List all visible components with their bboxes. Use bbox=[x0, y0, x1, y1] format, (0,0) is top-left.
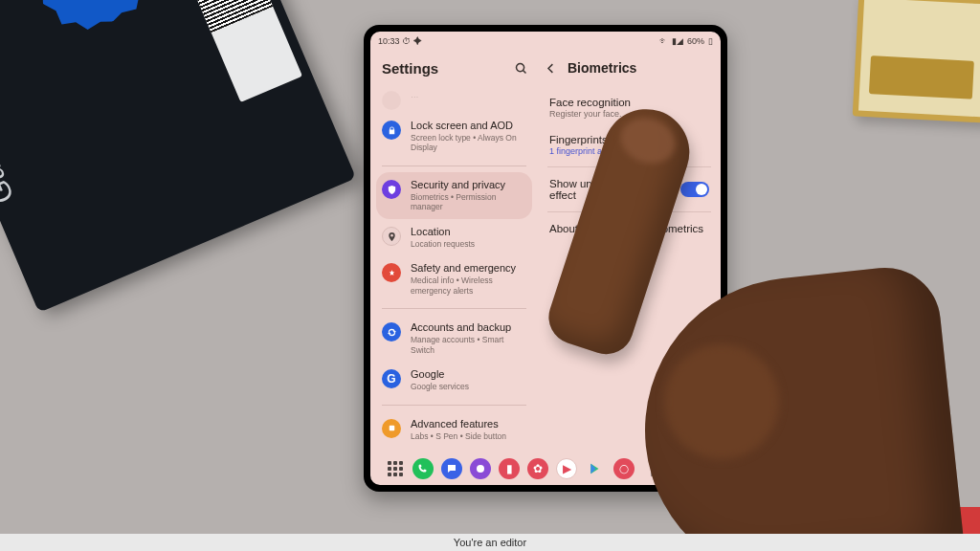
barcode-icon bbox=[173, 0, 302, 102]
option-title: Fingerprints bbox=[549, 134, 709, 145]
search-icon[interactable] bbox=[514, 61, 528, 76]
menu-item-sub: Screen lock type • Always On Display bbox=[411, 133, 528, 153]
detail-title: Biometrics bbox=[568, 60, 636, 76]
svg-point-0 bbox=[517, 64, 524, 72]
menu-item-location[interactable]: Location Location requests bbox=[370, 219, 538, 255]
status-time: 10:33 ⏱ ✦ bbox=[378, 36, 422, 46]
lock-icon bbox=[382, 121, 401, 140]
menu-item-google[interactable]: G Google Google services bbox=[370, 362, 538, 398]
option-title: Show unlock transition effect bbox=[549, 178, 680, 201]
option-sub-link: 1 fingerprint added bbox=[549, 146, 709, 156]
option-face-recognition[interactable]: Face recognition Register your face. bbox=[544, 89, 715, 126]
gallery-app-icon[interactable]: ✿ bbox=[527, 458, 548, 479]
status-bar: 10:33 ⏱ ✦ ᯤ ▮◢ 60% ▯ bbox=[370, 32, 721, 51]
browser-app-icon[interactable] bbox=[470, 458, 491, 479]
settings-title: Settings bbox=[382, 60, 438, 77]
menu-item-label: Accounts and backup bbox=[411, 321, 528, 335]
phone-app-icon[interactable] bbox=[412, 458, 434, 479]
wooden-object bbox=[853, 0, 980, 123]
play-store-icon[interactable] bbox=[585, 458, 606, 479]
menu-item-label: Advanced features bbox=[411, 418, 506, 431]
tablet-device: 10:33 ⏱ ✦ ᯤ ▮◢ 60% ▯ Settings bbox=[364, 25, 727, 492]
product-name: Galaxy Z Fold6 bbox=[0, 11, 20, 209]
menu-item-lockscreen[interactable]: Lock screen and AOD Screen lock type • A… bbox=[370, 113, 538, 160]
status-right: ᯤ ▮◢ 60% ▯ bbox=[659, 36, 713, 46]
emergency-icon bbox=[382, 263, 401, 282]
option-sub: Register your face. bbox=[549, 109, 709, 119]
menu-item-advanced[interactable]: Advanced features Labs • S Pen • Side bu… bbox=[370, 411, 538, 448]
battery-icon: ▯ bbox=[708, 36, 713, 46]
option-title: About unlocking with biometrics bbox=[549, 223, 709, 234]
menu-item-safety[interactable]: Safety and emergency Medical info • Wire… bbox=[370, 255, 538, 302]
settings-detail-panel: Biometrics Face recognition Register you… bbox=[538, 51, 721, 452]
menu-item-sub: Google services bbox=[411, 382, 469, 392]
svg-line-1 bbox=[523, 71, 526, 74]
nav-recents-icon[interactable]: ||| bbox=[650, 462, 659, 476]
notes-app-icon[interactable]: ▮ bbox=[499, 458, 520, 479]
bottom-caption-bar: You're an editor bbox=[0, 534, 980, 551]
signal-icon: ▮◢ bbox=[672, 36, 683, 46]
bottom-right-object bbox=[947, 507, 980, 534]
screen: 10:33 ⏱ ✦ ᯤ ▮◢ 60% ▯ Settings bbox=[370, 32, 721, 485]
menu-item-label: Location bbox=[411, 226, 475, 239]
menu-item-sub: Labs • S Pen • Side button bbox=[411, 431, 506, 442]
nav-back-icon[interactable]: < bbox=[698, 462, 705, 476]
toggle-switch-on[interactable] bbox=[680, 182, 709, 197]
option-about-biometrics[interactable]: About unlocking with biometrics bbox=[544, 215, 715, 242]
menu-item-security[interactable]: Security and privacy Biometrics • Permis… bbox=[376, 172, 532, 219]
settings-menu: … Lock screen and AOD Screen lock type •… bbox=[370, 90, 538, 452]
svg-point-3 bbox=[477, 465, 484, 473]
menu-item-sub: Location requests bbox=[411, 239, 475, 250]
advanced-icon bbox=[382, 419, 401, 438]
menu-item-label: Lock screen and AOD bbox=[411, 120, 528, 133]
menu-item-label: Safety and emergency bbox=[411, 262, 528, 276]
youtube-app-icon[interactable]: ▶ bbox=[556, 458, 577, 479]
location-pin-icon bbox=[382, 227, 401, 246]
ytmusic-app-icon[interactable]: ◯ bbox=[613, 458, 635, 479]
battery-text: 60% bbox=[687, 36, 704, 46]
menu-item-sub: Biometrics • Permission manager bbox=[411, 192, 526, 212]
menu-item-cutoff[interactable]: … bbox=[370, 90, 538, 113]
nav-home-icon[interactable]: ▢ bbox=[673, 462, 684, 476]
messages-app-icon[interactable] bbox=[441, 458, 462, 479]
shield-icon bbox=[382, 180, 401, 199]
option-title: Face recognition bbox=[549, 97, 709, 108]
back-icon[interactable] bbox=[544, 61, 558, 76]
taskbar: ▮ ✿ ▶ ◯ ||| ▢ < bbox=[370, 452, 721, 485]
svg-rect-2 bbox=[389, 426, 394, 431]
product-box: Galaxy Z Fold6 bbox=[0, 0, 356, 313]
menu-item-sub: Medical info • Wireless emergency alerts bbox=[411, 276, 528, 296]
option-fingerprints[interactable]: Fingerprints 1 fingerprint added bbox=[544, 126, 715, 164]
product-badge-icon bbox=[15, 0, 166, 44]
apps-drawer-icon[interactable] bbox=[386, 459, 405, 478]
option-unlock-transition[interactable]: Show unlock transition effect bbox=[544, 170, 715, 209]
menu-item-sub: Manage accounts • Smart Switch bbox=[411, 335, 528, 355]
menu-item-accounts[interactable]: Accounts and backup Manage accounts • Sm… bbox=[370, 315, 538, 362]
wifi-icon: ᯤ bbox=[659, 36, 668, 46]
menu-item-label: Google bbox=[411, 368, 469, 382]
google-icon: G bbox=[382, 369, 401, 388]
sync-icon bbox=[382, 322, 401, 342]
settings-master-panel: Settings … Lock scr bbox=[370, 51, 538, 452]
menu-item-label: Security and privacy bbox=[411, 179, 526, 192]
